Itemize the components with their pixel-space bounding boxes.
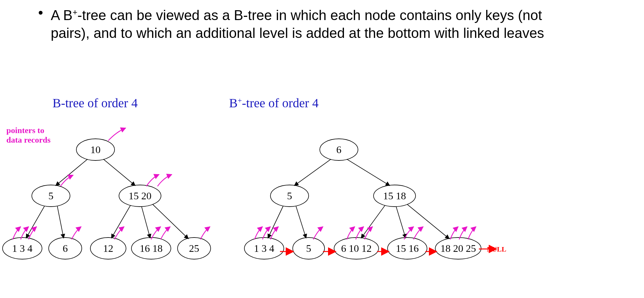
data-pointer-icon bbox=[72, 227, 81, 239]
edge bbox=[26, 206, 45, 238]
edge bbox=[361, 205, 385, 238]
bplus-leaf4-label: 15 16 bbox=[396, 243, 419, 254]
btree-leaf3-label: 12 bbox=[103, 243, 113, 254]
data-pointer-icon bbox=[468, 227, 476, 239]
bplus-leaf1-label: 1 3 4 bbox=[254, 243, 274, 254]
bplus-l1b-label: 15 18 bbox=[383, 190, 406, 202]
edge bbox=[56, 159, 88, 186]
data-pointer-icon bbox=[365, 227, 373, 239]
edge bbox=[142, 207, 150, 238]
btree-leaf2-label: 6 bbox=[63, 243, 68, 254]
edge bbox=[268, 206, 283, 238]
bplus-leaf2-label: 5 bbox=[306, 243, 311, 254]
btree-l1a-label: 5 bbox=[48, 190, 53, 202]
edge bbox=[57, 206, 64, 238]
data-pointer-icon bbox=[158, 174, 172, 186]
btree-leaf5-label: 25 bbox=[189, 243, 199, 254]
bplus-leaf3-label: 6 10 12 bbox=[341, 243, 372, 254]
bplus-l1a-label: 5 bbox=[287, 190, 292, 202]
data-pointer-icon bbox=[108, 128, 126, 141]
data-pointer-icon bbox=[161, 227, 170, 239]
edge bbox=[153, 204, 188, 239]
data-pointer-icon bbox=[60, 175, 73, 186]
edge bbox=[294, 159, 331, 186]
edge bbox=[111, 205, 130, 238]
btree-leaf1-label: 1 3 4 bbox=[12, 243, 32, 254]
data-pointer-icon bbox=[270, 227, 278, 239]
edge bbox=[103, 159, 135, 186]
bplus-root-label: 6 bbox=[336, 144, 341, 156]
bplus-leaf5-label: 18 20 25 bbox=[440, 243, 476, 254]
data-pointer-icon bbox=[29, 227, 37, 239]
data-pointer-icon bbox=[200, 227, 210, 239]
data-pointer-icon bbox=[146, 174, 159, 186]
data-pointer-icon bbox=[414, 227, 423, 239]
btree-root-label: 10 bbox=[90, 144, 101, 156]
data-pointer-icon bbox=[313, 227, 323, 239]
edge bbox=[347, 159, 390, 186]
edge bbox=[296, 206, 306, 238]
btree-leaf4-label: 16 18 bbox=[140, 243, 163, 254]
data-pointer-icon bbox=[115, 227, 124, 239]
btree-l1b-label: 15 20 bbox=[129, 190, 151, 202]
edge bbox=[407, 204, 449, 239]
edge bbox=[396, 207, 406, 238]
